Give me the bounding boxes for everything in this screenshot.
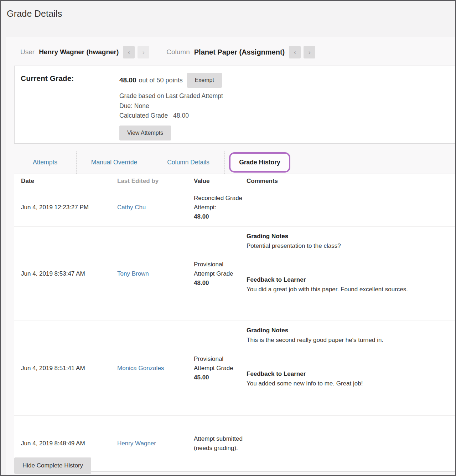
next-user-button[interactable]: ›	[138, 46, 149, 58]
history-value: Provisional Attempt Grade 45.00	[194, 354, 247, 382]
value-grade: 45.00	[194, 373, 243, 382]
chevron-left-icon: ‹	[128, 49, 130, 56]
column-header-comments: Comments	[247, 176, 456, 186]
table-row: Jun 4, 2019 8:53:47 AM Tony Brown Provis…	[14, 227, 456, 321]
history-comments: Grading Notes This is the second really …	[247, 321, 456, 388]
chevron-right-icon: ›	[309, 49, 311, 56]
value-grade: 48.00	[194, 212, 243, 221]
column-header-last-edited-by: Last Edited by	[117, 178, 194, 185]
user-label: User	[20, 48, 35, 56]
column-name: Planet Paper (Assignment)	[194, 48, 285, 56]
hide-complete-history-button[interactable]: Hide Complete History	[14, 457, 91, 474]
history-date: Jun 4, 2019 8:53:47 AM	[14, 270, 117, 277]
column-header-date: Date	[14, 178, 117, 185]
feedback-block: Feedback to Learner You added some new i…	[247, 369, 452, 388]
value-text: Reconciled Grade Attempt:	[194, 195, 242, 211]
value-text: Attempt submitted (needs grading).	[194, 435, 243, 451]
previous-user-button[interactable]: ‹	[123, 46, 135, 58]
tab-column-details[interactable]: Column Details	[152, 151, 225, 174]
exempt-button[interactable]: Exempt	[187, 73, 222, 88]
table-row: Jun 4, 2019 12:23:27 PM Cathy Chu Reconc…	[14, 188, 456, 227]
column-header-value: Value	[194, 176, 247, 186]
history-value: Provisional Attempt Grade 48.00	[194, 260, 247, 288]
value-text: Provisional Attempt Grade	[194, 355, 233, 372]
value-text: Provisional Attempt Grade	[194, 261, 233, 277]
view-attempts-button[interactable]: View Attempts	[119, 126, 171, 140]
grade-out-of: out of 50 points	[139, 77, 183, 84]
calculated-grade-line: Calculated Grade 48.00	[119, 111, 456, 121]
comment-text: Potential presentation to the class?	[247, 241, 452, 251]
comment-heading: Grading Notes	[247, 326, 452, 335]
history-date: Jun 4, 2019 8:51:41 AM	[14, 365, 117, 372]
tab-attempts[interactable]: Attempts	[14, 151, 77, 174]
next-column-button[interactable]: ›	[304, 46, 315, 58]
grade-due: Due: None	[119, 101, 456, 111]
editor-link[interactable]: Henry Wagner	[117, 440, 156, 447]
history-date: Jun 4, 2019 8:48:49 AM	[14, 440, 117, 447]
comment-heading: Feedback to Learner	[247, 275, 452, 285]
comment-text: You did a great job with this paper. Fou…	[247, 285, 452, 294]
comment-heading: Feedback to Learner	[247, 369, 452, 379]
user-column-nav: User Henry Wagner (hwagner) ‹ › Column P…	[6, 37, 456, 66]
grading-notes-block: Grading Notes Potential presentation to …	[247, 231, 452, 251]
page-title: Grade Details	[1, 1, 455, 19]
user-name: Henry Wagner (hwagner)	[39, 48, 119, 56]
calculated-grade-label: Calculated Grade	[119, 112, 168, 119]
history-comments: Grading Notes Potential presentation to …	[247, 227, 456, 294]
comment-text: You added some new info to me. Great job…	[247, 379, 452, 388]
current-grade-body: 48.00 out of 50 points Exempt Grade base…	[119, 73, 456, 143]
current-grade-label: Current Grade:	[21, 73, 119, 143]
grade-score: 48.00	[119, 76, 136, 84]
grade-details-window: Grade Details User Henry Wagner (hwagner…	[0, 0, 456, 476]
editor-link[interactable]: Cathy Chu	[117, 204, 146, 211]
table-header-row: Date Last Edited by Value Comments	[14, 174, 456, 188]
calculated-grade-value: 48.00	[173, 112, 189, 119]
grading-notes-block: Grading Notes This is the second really …	[247, 326, 452, 345]
comment-heading: Grading Notes	[247, 231, 452, 241]
editor-link[interactable]: Monica Gonzales	[117, 365, 164, 372]
chevron-left-icon: ‹	[294, 49, 296, 56]
previous-column-button[interactable]: ‹	[289, 46, 301, 58]
tab-manual-override[interactable]: Manual Override	[77, 151, 152, 174]
grade-score-line: 48.00 out of 50 points Exempt	[119, 73, 456, 88]
grade-history-table: Date Last Edited by Value Comments Jun 4…	[14, 174, 456, 472]
chevron-right-icon: ›	[142, 49, 145, 56]
tab-grade-history[interactable]: Grade History	[225, 151, 295, 174]
value-grade: 48.00	[194, 278, 243, 288]
current-grade-box: Current Grade: 48.00 out of 50 points Ex…	[14, 66, 456, 144]
grade-based-on: Grade based on Last Graded Attempt	[119, 91, 456, 101]
comment-text: This is the second really good paper he'…	[247, 335, 452, 345]
tab-grade-history-label[interactable]: Grade History	[229, 152, 290, 173]
history-value: Reconciled Grade Attempt: 48.00	[194, 194, 247, 221]
grade-details-panel: User Henry Wagner (hwagner) ‹ › Column P…	[6, 37, 456, 476]
feedback-block: Feedback to Learner You did a great job …	[247, 275, 452, 294]
column-label: Column	[166, 48, 190, 56]
table-row: Jun 4, 2019 8:51:41 AM Monica Gonzales P…	[14, 321, 456, 416]
tab-bar: Attempts Manual Override Column Details …	[14, 151, 456, 174]
editor-link[interactable]: Tony Brown	[117, 270, 149, 277]
history-value: Attempt submitted (needs grading).	[194, 434, 247, 453]
history-date: Jun 4, 2019 12:23:27 PM	[14, 204, 117, 211]
